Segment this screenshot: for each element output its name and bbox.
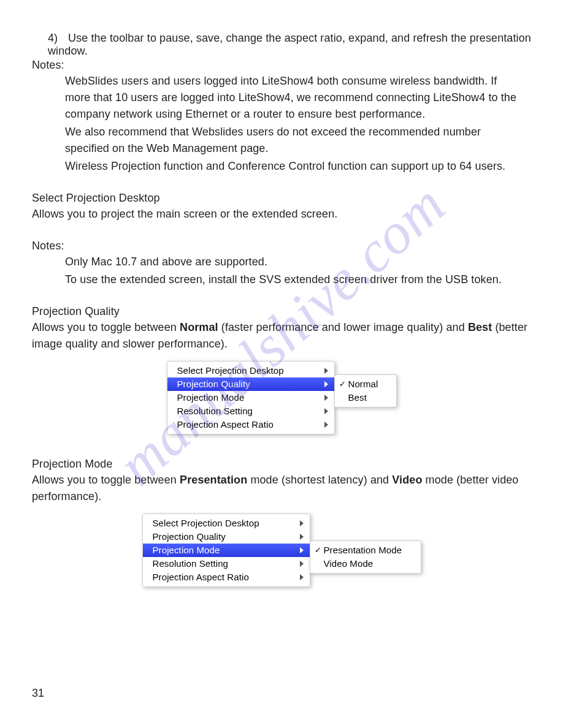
pq-desc-pre: Allows you to toggle between — [32, 321, 180, 333]
chevron-right-icon — [300, 574, 304, 580]
step-4: 4) Use the toolbar to pause, save, chang… — [48, 32, 531, 58]
submenu-item-label: Presentation Mode — [324, 544, 402, 556]
section-projection-mode-title: Projection Mode — [32, 458, 531, 471]
submenu-mode: ✓Presentation Mode Video Mode — [310, 540, 421, 574]
page-number: 31 — [32, 687, 44, 700]
step-4-text: Use the toolbar to pause, save, change t… — [48, 32, 531, 57]
pq-desc-bold2: Best — [468, 321, 492, 333]
submenu-item-presentation-mode[interactable]: ✓Presentation Mode — [310, 544, 421, 557]
notes-block-2: Only Mac 10.7 and above are supported. T… — [65, 254, 525, 288]
menu-item-label: Projection Mode — [177, 392, 324, 404]
pq-desc-mid: (faster performance and lower image qual… — [218, 321, 468, 333]
pq-desc-bold1: Normal — [180, 321, 218, 333]
menu-item-projection-aspect-ratio[interactable]: Projection Aspect Ratio — [143, 571, 310, 584]
submenu-item-label: Best — [348, 392, 367, 404]
chevron-right-icon — [300, 561, 304, 567]
submenu-quality: ✓Normal Best — [334, 374, 397, 408]
pm-desc-bold2: Video — [392, 474, 422, 486]
menu-item-projection-mode[interactable]: Projection Mode — [143, 544, 310, 557]
submenu-item-label: Normal — [348, 378, 378, 390]
menu-item-projection-mode[interactable]: Projection Mode — [167, 391, 334, 404]
check-icon: ✓ — [314, 544, 323, 556]
pm-desc-pre: Allows you to toggle between — [32, 474, 180, 486]
pq-desc: Allows you to toggle between Normal (fas… — [32, 319, 531, 352]
menu-item-select-projection-desktop[interactable]: Select Projection Desktop — [167, 364, 334, 377]
menu-item-label: Select Projection Desktop — [177, 365, 324, 377]
section-select-projection-desktop-title: Select Projection Desktop — [32, 192, 531, 205]
menu-item-label: Projection Quality — [153, 531, 300, 543]
chevron-right-icon — [324, 422, 328, 428]
submenu-item-best[interactable]: Best — [335, 391, 396, 404]
section-projection-quality-title: Projection Quality — [32, 305, 531, 318]
notes-label-2: Notes: — [32, 240, 531, 252]
notes1-p3: Wireless Projection function and Confere… — [65, 158, 525, 175]
chevron-right-icon — [300, 547, 304, 553]
spd-desc: Allows you to project the main screen or… — [32, 206, 531, 222]
menu-item-label: Projection Aspect Ratio — [153, 571, 300, 583]
submenu-item-label: Video Mode — [324, 558, 373, 570]
submenu-item-normal[interactable]: ✓Normal — [335, 377, 396, 391]
menu-item-label: Resolution Setting — [177, 405, 324, 417]
chevron-right-icon — [324, 381, 328, 387]
menu-main-mode: Select Projection Desktop Projection Qua… — [142, 514, 310, 587]
notes2-p1: Only Mac 10.7 and above are supported. — [65, 254, 525, 270]
pm-desc-mid: mode (shortest latency) and — [247, 474, 392, 486]
menu-item-projection-quality[interactable]: Projection Quality — [167, 377, 334, 391]
menu-item-resolution-setting[interactable]: Resolution Setting — [143, 557, 310, 571]
menu-item-label: Resolution Setting — [153, 558, 300, 570]
pm-desc: Allows you to toggle between Presentatio… — [32, 472, 531, 505]
notes2-p2: To use the extended screen, install the … — [65, 271, 525, 288]
submenu-item-video-mode[interactable]: Video Mode — [310, 557, 421, 571]
chevron-right-icon — [324, 368, 328, 374]
step-4-number: 4) — [48, 32, 65, 45]
menu-item-label: Projection Aspect Ratio — [177, 419, 324, 431]
menu-item-projection-quality[interactable]: Projection Quality — [143, 530, 310, 544]
chevron-right-icon — [324, 395, 328, 401]
chevron-right-icon — [324, 408, 328, 414]
notes-block-1: WebSlides users and users logged into Li… — [65, 73, 525, 175]
pm-desc-bold1: Presentation — [180, 474, 247, 486]
menu-screenshot-mode: Select Projection Desktop Projection Qua… — [32, 514, 531, 597]
notes-label-1: Notes: — [32, 59, 531, 72]
menu-item-select-projection-desktop[interactable]: Select Projection Desktop — [143, 517, 310, 530]
notes1-p2: We also recommend that Webslides users d… — [65, 124, 525, 157]
menu-main-quality: Select Projection Desktop Projection Qua… — [167, 361, 335, 434]
check-icon: ✓ — [339, 378, 347, 390]
notes1-p1: WebSlides users and users logged into Li… — [65, 73, 525, 123]
chevron-right-icon — [300, 534, 304, 540]
menu-item-resolution-setting[interactable]: Resolution Setting — [167, 404, 334, 418]
menu-screenshot-quality: Select Projection Desktop Projection Qua… — [32, 361, 531, 441]
chevron-right-icon — [300, 520, 304, 526]
menu-item-label: Projection Quality — [177, 378, 324, 390]
menu-item-label: Select Projection Desktop — [153, 517, 300, 529]
menu-item-projection-aspect-ratio[interactable]: Projection Aspect Ratio — [167, 418, 334, 431]
menu-item-label: Projection Mode — [153, 544, 300, 556]
